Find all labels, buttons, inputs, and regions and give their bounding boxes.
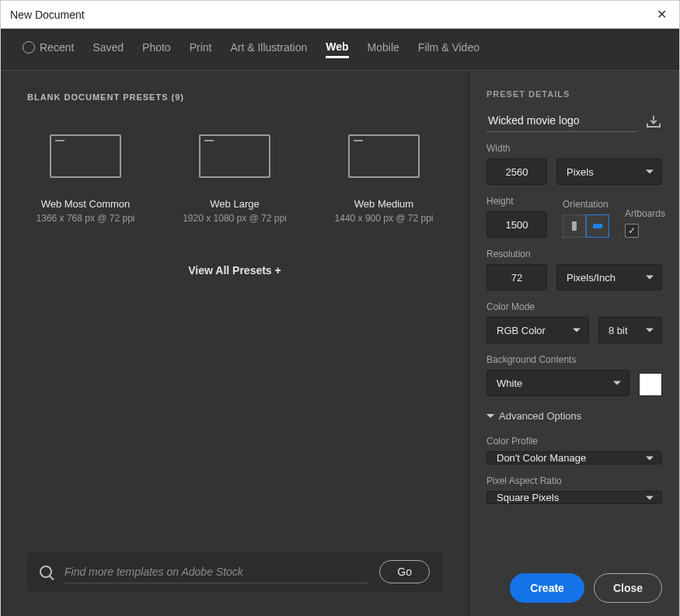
width-input[interactable] bbox=[486, 158, 547, 185]
color-profile-select[interactable]: Don't Color Manage bbox=[486, 451, 662, 465]
chevron-down-icon bbox=[646, 170, 654, 174]
tab-recent-label: Recent bbox=[40, 41, 74, 54]
color-depth-select[interactable]: 8 bit bbox=[598, 317, 662, 343]
background-select[interactable]: White bbox=[486, 370, 629, 396]
new-document-window: New Document ✕ Recent Saved Photo Print … bbox=[0, 0, 680, 616]
footer-buttons: Create Close bbox=[486, 561, 662, 603]
preset-details-panel: PRESET DETAILS Width Pixels Height bbox=[469, 71, 679, 616]
tab-film-video[interactable]: Film & Video bbox=[418, 41, 479, 58]
resolution-unit-value: Pixels/Inch bbox=[567, 272, 615, 284]
color-mode-select[interactable]: RGB Color bbox=[486, 317, 589, 343]
search-input[interactable] bbox=[63, 561, 368, 583]
color-profile-label: Color Profile bbox=[486, 436, 662, 447]
advanced-options-toggle[interactable]: Advanced Options bbox=[486, 410, 662, 422]
chevron-down-icon bbox=[646, 456, 654, 460]
preset-desc: 1366 x 768 px @ 72 ppi bbox=[27, 213, 144, 224]
presets-row: Web Most Common 1366 x 768 px @ 72 ppi W… bbox=[27, 134, 442, 224]
orientation-group bbox=[563, 214, 609, 238]
tab-photo[interactable]: Photo bbox=[142, 41, 171, 58]
chevron-down-icon bbox=[646, 276, 654, 280]
search-icon bbox=[40, 566, 52, 578]
resolution-unit-select[interactable]: Pixels/Inch bbox=[556, 264, 662, 291]
view-all-presets[interactable]: View All Presets + bbox=[27, 264, 442, 277]
pixel-aspect-ratio-value: Square Pixels bbox=[497, 492, 559, 503]
document-name-input[interactable] bbox=[486, 110, 637, 132]
preset-name: Web Most Common bbox=[27, 198, 144, 210]
presets-header: BLANK DOCUMENT PRESETS (9) bbox=[27, 92, 442, 102]
chevron-down-icon bbox=[613, 381, 621, 385]
pixel-aspect-ratio-label: Pixel Aspect Ratio bbox=[486, 475, 662, 486]
window-title: New Document bbox=[10, 9, 85, 21]
artboards-checkbox[interactable]: ✓ bbox=[625, 224, 639, 238]
tab-saved[interactable]: Saved bbox=[92, 41, 124, 58]
preset-thumb-icon bbox=[199, 134, 270, 178]
pixel-aspect-ratio-select[interactable]: Square Pixels bbox=[486, 491, 662, 504]
background-label: Background Contents bbox=[486, 354, 662, 365]
preset-web-large[interactable]: Web Large 1920 x 1080 px @ 72 ppi bbox=[176, 134, 293, 224]
width-label: Width bbox=[486, 143, 662, 154]
main-content: BLANK DOCUMENT PRESETS (9) Web Most Comm… bbox=[1, 71, 679, 616]
create-button[interactable]: Create bbox=[510, 573, 584, 603]
preset-name: Web Large bbox=[176, 198, 293, 210]
preset-web-medium[interactable]: Web Medium 1440 x 900 px @ 72 ppi bbox=[326, 134, 442, 224]
preset-thumb-icon bbox=[348, 134, 420, 178]
orientation-label: Orientation bbox=[563, 199, 609, 210]
svg-rect-0 bbox=[572, 221, 577, 231]
color-depth-value: 8 bit bbox=[609, 325, 628, 336]
width-unit-select[interactable]: Pixels bbox=[556, 158, 662, 185]
height-label: Height bbox=[486, 196, 547, 207]
chevron-down-icon bbox=[486, 414, 494, 418]
color-mode-value: RGB Color bbox=[497, 325, 546, 336]
preset-desc: 1920 x 1080 px @ 72 ppi bbox=[176, 213, 293, 224]
spacer bbox=[27, 277, 442, 552]
close-button[interactable]: Close bbox=[594, 573, 662, 603]
template-search: Go bbox=[27, 552, 442, 592]
svg-rect-1 bbox=[593, 224, 602, 228]
titlebar: New Document ✕ bbox=[1, 1, 679, 29]
preset-thumb-icon bbox=[50, 134, 121, 178]
background-swatch[interactable] bbox=[639, 373, 662, 396]
color-mode-label: Color Mode bbox=[486, 301, 662, 312]
preset-name: Web Medium bbox=[326, 198, 442, 210]
resolution-label: Resolution bbox=[486, 249, 662, 259]
document-name-row bbox=[486, 110, 662, 132]
tab-mobile[interactable]: Mobile bbox=[368, 41, 399, 58]
orientation-landscape[interactable] bbox=[586, 214, 609, 238]
chevron-down-icon bbox=[646, 496, 654, 499]
color-profile-value: Don't Color Manage bbox=[497, 452, 586, 464]
tab-recent[interactable]: Recent bbox=[23, 41, 74, 58]
tab-art-illustration[interactable]: Art & Illustration bbox=[230, 41, 307, 58]
category-tabs: Recent Saved Photo Print Art & Illustrat… bbox=[1, 29, 679, 71]
preset-details-header: PRESET DETAILS bbox=[486, 89, 662, 99]
orientation-portrait[interactable] bbox=[563, 214, 586, 238]
advanced-options-label: Advanced Options bbox=[499, 410, 581, 422]
presets-panel: BLANK DOCUMENT PRESETS (9) Web Most Comm… bbox=[1, 71, 469, 616]
go-button[interactable]: Go bbox=[379, 560, 430, 583]
tab-print[interactable]: Print bbox=[190, 41, 212, 58]
preset-web-most-common[interactable]: Web Most Common 1366 x 768 px @ 72 ppi bbox=[27, 134, 144, 224]
preset-desc: 1440 x 900 px @ 72 ppi bbox=[326, 213, 442, 224]
height-input[interactable] bbox=[486, 211, 547, 238]
artboards-label: Artboards bbox=[625, 208, 665, 219]
tab-web[interactable]: Web bbox=[326, 40, 348, 58]
chevron-down-icon bbox=[573, 329, 581, 332]
resolution-input[interactable] bbox=[486, 264, 547, 291]
chevron-down-icon bbox=[646, 329, 654, 332]
save-preset-icon[interactable] bbox=[645, 113, 662, 129]
width-unit-value: Pixels bbox=[567, 166, 594, 178]
close-icon[interactable]: ✕ bbox=[654, 4, 670, 25]
background-value: White bbox=[497, 378, 522, 389]
